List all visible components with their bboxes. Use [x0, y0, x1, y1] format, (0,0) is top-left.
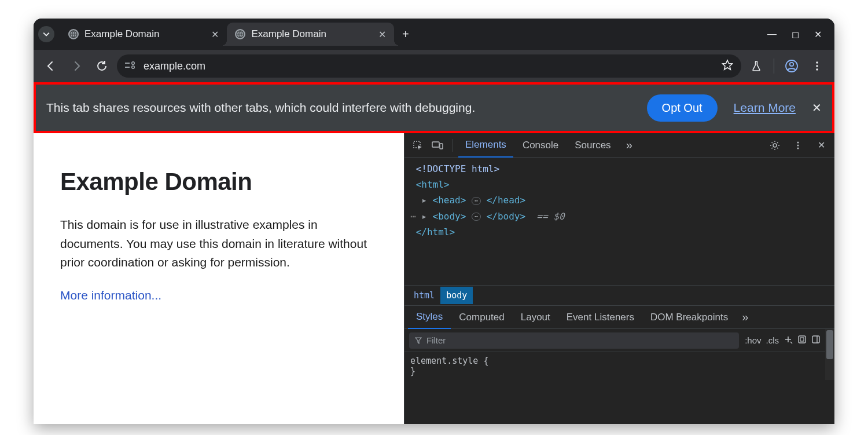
svg-rect-19 — [800, 338, 804, 341]
svg-rect-20 — [812, 336, 819, 343]
svg-point-14 — [773, 144, 777, 147]
styles-tabbar: Styles Computed Layout Event Listeners D… — [404, 306, 834, 329]
toolbar: example.com — [34, 50, 834, 82]
tab-search-button[interactable] — [38, 26, 54, 42]
tab-inactive[interactable]: Example Domain ✕ — [60, 23, 227, 46]
kebab-menu-icon[interactable] — [789, 137, 807, 154]
new-style-rule-icon[interactable] — [784, 335, 793, 346]
profile-icon[interactable] — [781, 56, 802, 76]
svg-rect-18 — [799, 336, 806, 343]
svg-point-8 — [816, 61, 818, 64]
svg-point-16 — [797, 144, 799, 146]
styles-filter-bar: Filter :hov .cls — [404, 329, 825, 352]
back-button[interactable] — [41, 56, 61, 76]
subtab-computed[interactable]: Computed — [451, 306, 512, 328]
computed-styles-icon[interactable] — [797, 335, 807, 346]
tab-title: Example Domain — [251, 28, 326, 40]
tab-active[interactable]: Example Domain ✕ — [227, 23, 393, 46]
scrollbar-thumb[interactable] — [826, 330, 833, 359]
page-paragraph: This domain is for use in illustrative e… — [60, 215, 377, 272]
toggle-sidebar-icon[interactable] — [811, 335, 821, 346]
close-icon[interactable]: ✕ — [378, 29, 386, 40]
toolbar-divider — [774, 59, 774, 74]
window-controls: — ◻ ✕ — [767, 29, 830, 40]
svg-rect-13 — [440, 144, 443, 149]
filter-icon — [415, 337, 422, 344]
site-settings-icon[interactable] — [125, 61, 137, 71]
globe-icon — [68, 29, 79, 39]
more-information-link[interactable]: More information... — [60, 288, 161, 302]
device-toggle-icon[interactable] — [429, 137, 446, 154]
breadcrumb-html[interactable]: html — [408, 287, 440, 304]
close-window-button[interactable]: ✕ — [814, 29, 822, 40]
filter-placeholder: Filter — [426, 335, 446, 345]
menu-button[interactable] — [807, 56, 827, 76]
address-bar[interactable]: example.com — [117, 54, 741, 78]
svg-point-9 — [816, 65, 818, 67]
url-text: example.com — [144, 60, 205, 72]
svg-rect-2 — [125, 63, 130, 64]
more-subtabs-icon[interactable]: » — [736, 310, 754, 324]
devtools-separator — [452, 139, 453, 152]
scrollbar[interactable] — [825, 329, 834, 380]
experiments-icon[interactable] — [746, 56, 767, 76]
dom-html-close: </html> — [416, 226, 455, 237]
hov-toggle[interactable]: :hov — [745, 335, 761, 345]
filter-input[interactable]: Filter — [409, 332, 739, 349]
elements-tree[interactable]: <!DOCTYPE html> <html> ▸ <head> ⋯ </head… — [404, 158, 834, 285]
subtab-styles[interactable]: Styles — [408, 306, 451, 329]
style-rule-close: } — [410, 366, 819, 376]
svg-point-15 — [797, 141, 799, 143]
content-area: Example Domain This domain is for use in… — [34, 133, 834, 424]
tab-console[interactable]: Console — [516, 134, 565, 157]
browser-window: Example Domain ✕ Example Domain ✕ + — ◻ … — [34, 19, 834, 424]
style-rule-open: element.style { — [410, 356, 819, 366]
tab-strip: Example Domain ✕ Example Domain ✕ + — ◻ … — [34, 19, 834, 50]
tab-elements[interactable]: Elements — [458, 133, 513, 158]
infobar-message: This tab shares resources with other tab… — [46, 101, 647, 115]
svg-point-4 — [132, 61, 135, 64]
cls-toggle[interactable]: .cls — [766, 335, 779, 345]
breadcrumbs: html body — [404, 285, 834, 306]
svg-point-17 — [797, 147, 799, 149]
new-tab-button[interactable]: + — [394, 28, 417, 41]
svg-rect-3 — [125, 67, 130, 68]
bookmark-star-icon[interactable] — [722, 59, 733, 74]
more-tabs-icon[interactable]: » — [620, 138, 638, 152]
close-icon[interactable]: ✕ — [211, 29, 219, 40]
dom-body[interactable]: <body> — [433, 211, 466, 222]
dom-doctype: <!DOCTYPE html> — [416, 163, 500, 174]
svg-point-5 — [132, 65, 135, 68]
globe-icon — [235, 29, 245, 39]
infobar-close-icon[interactable]: ✕ — [812, 101, 822, 115]
inspect-element-icon[interactable] — [409, 137, 426, 154]
page-title: Example Domain — [60, 168, 377, 196]
dom-body-close: </body> — [487, 211, 525, 222]
svg-point-10 — [816, 68, 818, 71]
forward-button[interactable] — [66, 56, 87, 76]
breadcrumb-body[interactable]: body — [440, 287, 473, 304]
infobar: This tab shares resources with other tab… — [34, 82, 834, 133]
subtab-event-listeners[interactable]: Event Listeners — [558, 306, 642, 328]
dom-selection-marker: == $0 — [536, 211, 564, 222]
tab-title: Example Domain — [84, 28, 159, 40]
svg-rect-12 — [432, 142, 439, 147]
subtab-dom-breakpoints[interactable]: DOM Breakpoints — [642, 306, 736, 328]
devtools-tabbar: Elements Console Sources » ✕ — [404, 133, 834, 158]
devtools-panel: Elements Console Sources » ✕ <!DOCTYPE h… — [404, 133, 834, 424]
styles-pane[interactable]: element.style { } — [404, 352, 825, 380]
learn-more-link[interactable]: Learn More — [734, 101, 796, 115]
maximize-button[interactable]: ◻ — [792, 29, 799, 40]
dom-head-close: </head> — [487, 195, 525, 206]
svg-point-7 — [790, 63, 793, 66]
reload-button[interactable] — [91, 56, 112, 76]
minimize-button[interactable]: — — [767, 29, 777, 40]
subtab-layout[interactable]: Layout — [513, 306, 558, 328]
tab-sources[interactable]: Sources — [568, 134, 617, 157]
opt-out-button[interactable]: Opt Out — [647, 94, 718, 122]
dom-head[interactable]: <head> — [433, 195, 466, 206]
close-devtools-icon[interactable]: ✕ — [812, 137, 830, 154]
page-content: Example Domain This domain is for use in… — [34, 133, 404, 424]
dom-html-open: <html> — [416, 179, 450, 190]
gear-icon[interactable] — [766, 137, 784, 154]
